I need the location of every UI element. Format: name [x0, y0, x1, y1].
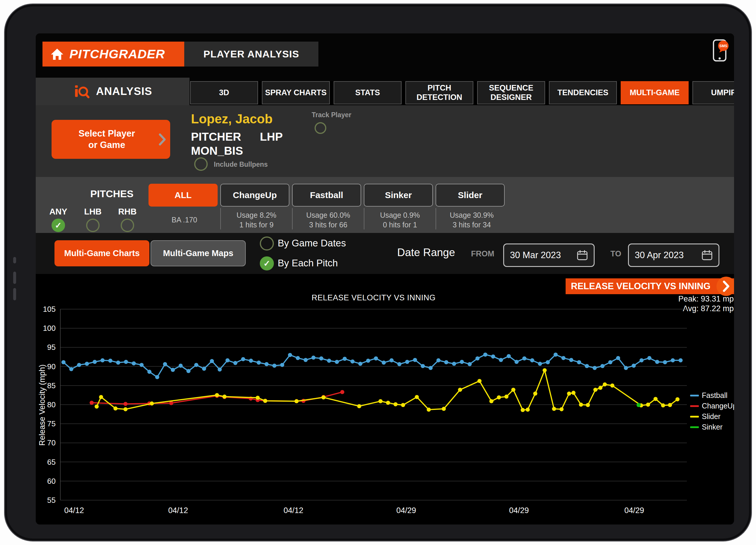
tablet-bezel: PITCHGRADER PLAYER ANALYSIS SMS	[4, 4, 752, 541]
svg-text:90: 90	[47, 362, 56, 371]
legend-changeup: ChangeUp	[690, 402, 734, 410]
svg-text:04/29: 04/29	[509, 506, 529, 515]
svg-text:105: 105	[43, 305, 56, 314]
player-name: Lopez, Jacob	[191, 112, 273, 126]
multi-game-maps-button[interactable]: Multi-Game Maps	[151, 240, 246, 266]
date-range-label: Date Range	[397, 246, 455, 259]
pitches-section-label: PITCHES	[83, 188, 141, 199]
legend-swatch	[690, 416, 699, 418]
svg-text:80: 80	[47, 400, 56, 409]
svg-text:04/12: 04/12	[64, 506, 84, 515]
track-player-checkbox[interactable]	[315, 122, 326, 134]
svg-text:70: 70	[47, 438, 56, 447]
pitch-stat-fastball: Usage 60.0%3 hits for 66	[292, 208, 364, 229]
legend-slider: Slider	[690, 412, 734, 421]
pitch-stat-sinker: Usage 0.9%0 hits for 1	[364, 208, 436, 229]
pitch-button-fastball[interactable]: Fastball	[292, 184, 361, 206]
svg-text:100: 100	[43, 324, 56, 333]
to-date-picker[interactable]: 30 Apr 2023	[628, 243, 719, 267]
tab-pitch-detection[interactable]: PITCH DETECTION	[405, 81, 473, 104]
handedness-checkbox	[86, 218, 100, 232]
legend-swatch	[690, 405, 699, 407]
pitch-stat-changeup: Usage 8.2%1 hits for 9	[220, 208, 292, 229]
throws-value: LHP	[260, 130, 283, 143]
pitch-button-all[interactable]: ALL	[149, 184, 218, 206]
home-button[interactable]: PITCHGRADER	[42, 42, 184, 66]
pitch-type-buttons: ALLChangeUpFastballSinkerSlider	[149, 184, 505, 206]
from-date-value: 30 Mar 2023	[510, 250, 561, 260]
top-header: PITCHGRADER PLAYER ANALYSIS SMS	[36, 33, 734, 81]
player-position: PITCHER LHP	[191, 130, 283, 143]
handedness-checkbox	[121, 218, 134, 232]
analysis-label: ANALYSIS	[96, 85, 152, 98]
svg-text:60: 60	[47, 477, 56, 486]
svg-text:95: 95	[47, 343, 56, 352]
select-player-button[interactable]: Select Player or Game	[52, 120, 170, 159]
pitch-button-sinker[interactable]: Sinker	[364, 184, 433, 206]
app-screen: PITCHGRADER PLAYER ANALYSIS SMS	[36, 33, 734, 525]
pitch-stats-row: BA .170Usage 8.2%1 hits for 9Usage 60.0%…	[149, 208, 507, 229]
chart-controls-row: Multi-Game Charts Multi-Game Maps By Gam…	[36, 233, 734, 274]
pitch-button-slider[interactable]: Slider	[436, 184, 505, 206]
handedness-label: LHB	[84, 207, 102, 216]
position-value: PITCHER	[191, 130, 241, 143]
handedness-checkbox	[52, 218, 65, 232]
to-date-value: 30 Apr 2023	[635, 250, 684, 260]
handedness-any[interactable]: ANY	[47, 207, 70, 232]
svg-text:75: 75	[47, 419, 56, 428]
tablet-volume-down-button	[13, 288, 16, 300]
brand-name: PITCHGRADER	[69, 47, 165, 61]
by-game-dates-checkbox[interactable]	[260, 236, 274, 250]
svg-text:04/12: 04/12	[168, 506, 188, 515]
svg-text:85: 85	[47, 381, 56, 390]
calendar-icon	[577, 249, 588, 261]
tab-sequence-designer[interactable]: SEQUENCE DESIGNER	[477, 81, 545, 104]
from-date-picker[interactable]: 30 Mar 2023	[503, 243, 595, 267]
player-team: MON_BIS	[191, 144, 243, 157]
svg-text:65: 65	[47, 458, 56, 467]
multi-game-charts-button[interactable]: Multi-Game Charts	[54, 240, 149, 266]
tab-3d[interactable]: 3D	[190, 81, 258, 104]
tablet-volume-up-button	[13, 271, 16, 284]
legend-swatch	[690, 395, 699, 397]
svg-text:04/12: 04/12	[284, 506, 303, 515]
calendar-icon	[702, 249, 713, 261]
handedness-label: ANY	[49, 207, 67, 216]
by-each-pitch-label: By Each Pitch	[278, 257, 338, 269]
tab-tendencies[interactable]: TENDENCIES	[549, 81, 617, 104]
svg-text:04/29: 04/29	[396, 506, 416, 515]
by-game-dates-label: By Game Dates	[278, 237, 346, 249]
legend-swatch	[690, 426, 699, 428]
tab-multi-game[interactable]: MULTI-GAME	[621, 81, 689, 104]
tab-analysis[interactable]: ANALYSIS	[36, 78, 190, 105]
tab-spray-charts[interactable]: SPRAY CHARTS	[262, 81, 330, 104]
tab-stats[interactable]: STATS	[334, 81, 402, 104]
handedness-rhb[interactable]: RHB	[116, 207, 139, 232]
tablet-side-button	[13, 257, 16, 263]
to-label: TO	[610, 249, 621, 258]
handedness-label: RHB	[118, 207, 137, 216]
pitch-button-changeup[interactable]: ChangeUp	[220, 184, 289, 206]
handedness-filters: ANYLHBRHB	[47, 207, 139, 232]
include-bullpens-checkbox[interactable]	[194, 157, 208, 171]
handedness-lhb[interactable]: LHB	[81, 207, 104, 232]
track-player-label: Track Player	[312, 111, 351, 119]
pitches-filter-bar: PITCHES ALLChangeUpFastballSinkerSlider …	[36, 177, 734, 233]
legend-sinker: Sinker	[690, 423, 734, 431]
velocity-chart-panel: RELEASE VELOCITY VS INNING Peak: 93.31 m…	[36, 274, 734, 525]
select-player-label: Select Player or Game	[53, 128, 168, 151]
svg-text:04/29: 04/29	[624, 506, 644, 515]
home-icon	[50, 48, 64, 61]
tablet-frame: PITCHGRADER PLAYER ANALYSIS SMS	[0, 0, 756, 545]
legend-fastball: Fastball	[690, 391, 734, 400]
pitch-stat-slider: Usage 30.9%3 hits for 34	[436, 208, 507, 229]
by-each-pitch-checkbox[interactable]	[260, 256, 274, 270]
tab-umpire[interactable]: UMPIRE	[692, 81, 734, 104]
player-panel: Select Player or Game Lopez, Jacob Track…	[36, 105, 734, 177]
sms-button[interactable]: SMS	[709, 38, 731, 63]
velocity-chart-svg: 55606570758085909510010504/1204/1204/120…	[36, 274, 734, 525]
chevron-right-icon	[158, 133, 166, 146]
include-bullpens-label: Include Bullpens	[214, 160, 268, 168]
pitch-stat-all: BA .170	[149, 208, 220, 229]
svg-text:55: 55	[47, 496, 56, 505]
